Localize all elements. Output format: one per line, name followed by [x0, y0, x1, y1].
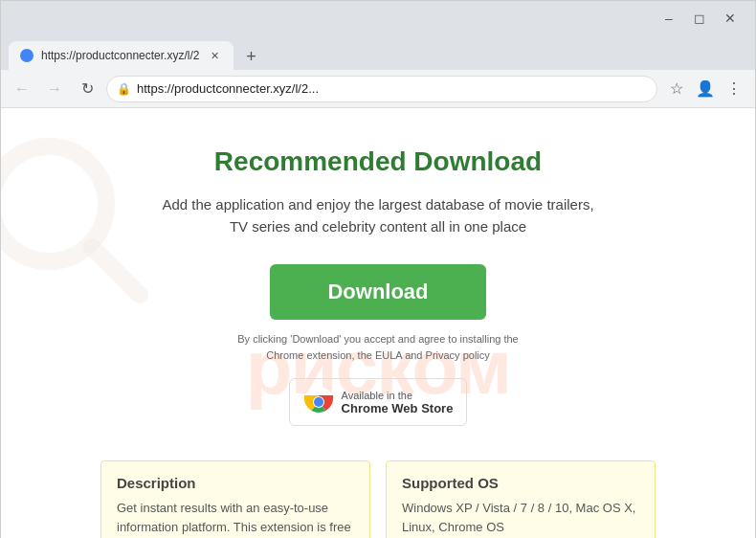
account-button[interactable]: 👤 [692, 76, 719, 102]
nav-bar: ← → ↻ 🔒 https://productconnecter.xyz/l/2… [1, 70, 755, 108]
url-text: https://productconnecter.xyz/l/2... [137, 81, 647, 96]
active-tab[interactable]: https://productconnecter.xyz/l/2 ✕ [9, 41, 233, 70]
page-content: риском Recommended Download Add the appl… [1, 108, 755, 538]
bottom-cards: Description Get instant results with an … [100, 460, 656, 538]
back-button[interactable]: ← [9, 76, 35, 102]
title-bar: – ◻ ✕ [1, 1, 755, 35]
disclaimer-text: By clicking 'Download' you accept and ag… [100, 331, 656, 363]
browser-frame: – ◻ ✕ https://productconnecter.xyz/l/2 ✕… [0, 0, 756, 538]
chrome-store-text: Available in the Chrome Web Store [342, 390, 454, 415]
supported-os-body: Windows XP / Vista / 7 / 8 / 10, Mac OS … [402, 499, 639, 536]
page-subtitle: Add the application and enjoy the larges… [100, 194, 656, 237]
menu-button[interactable]: ⋮ [721, 76, 747, 102]
tab-title: https://productconnecter.xyz/l/2 [41, 49, 199, 62]
supported-os-card: Supported OS Windows XP / Vista / 7 / 8 … [386, 460, 656, 538]
bookmark-button[interactable]: ☆ [663, 76, 690, 102]
new-tab-button[interactable]: + [237, 43, 264, 70]
lock-icon: 🔒 [117, 82, 131, 96]
tab-close-button[interactable]: ✕ [207, 48, 222, 63]
supported-os-title: Supported OS [402, 475, 639, 491]
description-card: Description Get instant results with an … [100, 460, 370, 538]
tab-bar: https://productconnecter.xyz/l/2 ✕ + [1, 35, 755, 70]
close-button[interactable]: ✕ [717, 9, 744, 28]
subtitle-line2: TV series and celebrity content all in o… [230, 218, 526, 235]
chrome-store-badge[interactable]: Available in the Chrome Web Store [289, 378, 468, 426]
chrome-logo-icon [303, 387, 334, 417]
chrome-store-name: Chrome Web Store [342, 401, 454, 415]
download-button[interactable]: Download [270, 264, 485, 320]
window-controls: – ◻ ✕ [656, 9, 744, 28]
description-title: Description [117, 475, 354, 491]
address-bar[interactable]: 🔒 https://productconnecter.xyz/l/2... [106, 76, 657, 102]
tab-favicon [20, 49, 33, 62]
forward-button[interactable]: → [41, 76, 68, 102]
subtitle-line1: Add the application and enjoy the larges… [162, 196, 593, 213]
description-body: Get instant results with an easy-to-use … [117, 499, 354, 538]
minimize-button[interactable]: – [656, 9, 682, 28]
available-in-label: Available in the [342, 390, 412, 401]
page-heading: Recommended Download [100, 146, 656, 177]
svg-point-5 [314, 397, 323, 407]
refresh-button[interactable]: ↻ [74, 76, 100, 102]
nav-right-controls: ☆ 👤 ⋮ [663, 76, 747, 102]
restore-button[interactable]: ◻ [686, 9, 713, 28]
page-inner: Recommended Download Add the application… [43, 108, 713, 538]
